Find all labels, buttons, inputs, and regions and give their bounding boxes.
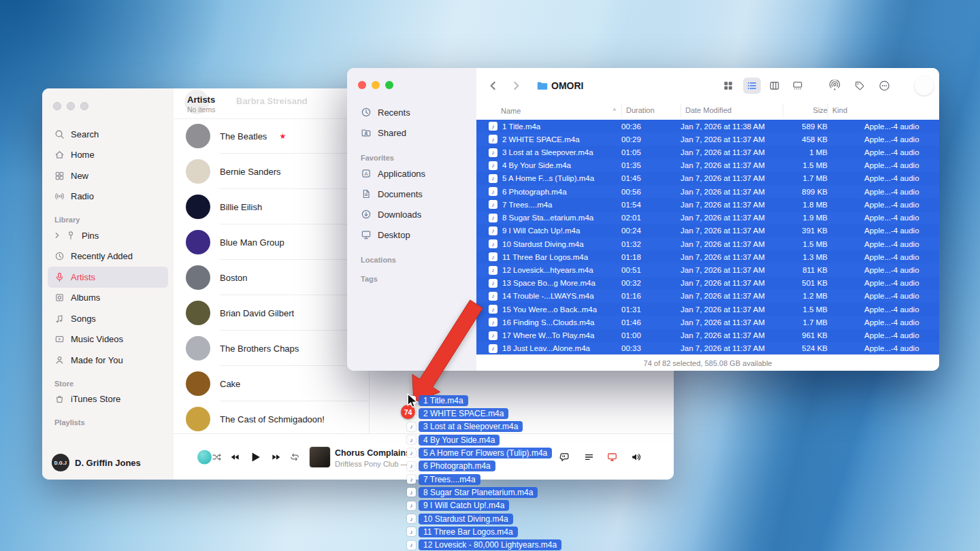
dragged-file[interactable]: ♪ 8 Sugar Star Planetarium.m4a [407, 486, 561, 499]
shuffle-icon[interactable] [211, 452, 223, 462]
play-icon[interactable] [248, 450, 262, 464]
file-row[interactable]: ♪ 18 Just Leav...Alone.m4a 00:33 Jan 7, … [476, 342, 939, 355]
artist-row[interactable]: The Brothers Chaps [174, 331, 369, 366]
dragged-file[interactable]: ♪ 9 I Will Catch Up!.m4a [407, 499, 561, 512]
dragged-file[interactable]: ♪ 12 Lovesick - 80,000 Lightyears.m4a [407, 539, 561, 551]
queue-icon[interactable] [583, 452, 595, 462]
close-button[interactable] [358, 81, 366, 89]
sidebar-label: Desktop [378, 230, 410, 240]
forward-button[interactable] [510, 80, 522, 92]
locations-section-label: Locations [361, 256, 476, 264]
dragged-file[interactable]: ♪ 5 A Home For Flowers (Tulip).m4a [407, 446, 561, 459]
repeat-icon[interactable] [289, 452, 300, 462]
previous-track-icon[interactable] [228, 452, 241, 462]
column-header-duration[interactable]: Duration [621, 103, 681, 118]
artist-row[interactable]: Bernie Sanders [174, 154, 369, 189]
sidebar-item-recents[interactable]: Recents [347, 102, 476, 122]
tag-icon[interactable] [854, 80, 865, 91]
sidebar-item-albums[interactable]: Albums [42, 288, 174, 309]
artist-row[interactable]: Blue Man Group [174, 224, 369, 260]
artist-row[interactable]: Billie Eilish [174, 189, 369, 224]
file-row[interactable]: ♪ 17 Where W...To Play.m4a 01:00 Jan 7, … [476, 329, 939, 342]
finder-traffic-lights[interactable] [358, 81, 393, 89]
dragged-file-label: 8 Sugar Star Planetarium.m4a [419, 487, 538, 498]
zoom-button[interactable] [80, 102, 88, 110]
account-row[interactable]: D.G.J D. Griffin Jones [52, 454, 141, 471]
file-row[interactable]: ♪ 4 By Your Side.m4a 01:35 Jan 7, 2026 a… [476, 159, 939, 172]
zoom-button[interactable] [385, 81, 393, 89]
sidebar-item-radio[interactable]: Radio [42, 186, 174, 207]
sidebar-item-artists[interactable]: Artists [48, 267, 168, 288]
dragged-file[interactable]: ♪ 10 Stardust Diving.m4a [407, 512, 561, 525]
column-header-name[interactable]: Name^ [501, 107, 621, 115]
file-row[interactable]: ♪ 8 Sugar Sta...etarium.m4a 02:01 Jan 7,… [476, 212, 939, 224]
file-row[interactable]: ♪ 13 Space Bo...g More.m4a 00:32 Jan 7, … [476, 277, 939, 290]
gallery-view-button[interactable] [792, 80, 803, 91]
file-row[interactable]: ♪ 7 Trees....m4a 01:54 Jan 7, 2026 at 11… [476, 198, 939, 211]
sidebar-item-made-for-you[interactable]: Made for You [42, 350, 174, 371]
sidebar-item-new[interactable]: New [42, 165, 174, 186]
artist-row[interactable]: The Beatles ★ [174, 118, 369, 154]
artist-row[interactable]: Boston [174, 260, 369, 295]
minimize-button[interactable] [372, 81, 380, 89]
sidebar-item-pins[interactable]: Pins [42, 225, 174, 246]
icon-view-button[interactable] [723, 80, 734, 91]
volume-icon[interactable] [630, 452, 642, 463]
sidebar-item-home[interactable]: Home [42, 145, 174, 166]
file-duration: 01:32 [621, 240, 681, 248]
back-button[interactable] [487, 80, 500, 92]
sidebar-item-search[interactable]: Search [42, 124, 174, 145]
now-playing-artwork[interactable] [310, 447, 330, 467]
file-row[interactable]: ♪ 5 A Home F...s (Tulip).m4a 01:45 Jan 7… [476, 172, 939, 185]
sidebar-item-songs[interactable]: Songs [42, 308, 174, 329]
airdrop-icon[interactable] [829, 80, 840, 92]
file-row[interactable]: ♪ 14 Trouble -...LWAYS.m4a 01:16 Jan 7, … [476, 290, 939, 303]
column-header-size[interactable]: Size [783, 103, 828, 118]
chevron-right-icon[interactable] [54, 232, 60, 239]
minimize-button[interactable] [67, 102, 75, 110]
artist-row[interactable]: Cake [174, 366, 369, 401]
file-row[interactable]: ♪ 16 Finding S...Clouds.m4a 01:46 Jan 7,… [476, 316, 939, 329]
column-view-button[interactable] [769, 80, 780, 91]
toolbar-circle-button[interactable] [915, 76, 934, 95]
dragged-file[interactable]: 74 ♪ 2 WHITE SPACE.m4a [407, 407, 561, 420]
dragged-file[interactable]: ♪ 6 Photograph.m4a [407, 460, 561, 473]
dragged-file[interactable]: ♪ 1 Title.m4a [407, 394, 561, 407]
file-row[interactable]: ♪ 15 You Were...o Back..m4a 01:31 Jan 7,… [476, 303, 939, 316]
svg-text:A: A [364, 171, 368, 177]
file-duration: 00:33 [621, 344, 681, 352]
dragged-file[interactable]: ♪ 4 By Your Side.m4a [407, 433, 561, 446]
sidebar-item-downloads[interactable]: Downloads [347, 204, 476, 224]
sidebar-item-documents[interactable]: Documents [347, 184, 476, 204]
autoplay-accent-icon[interactable] [197, 450, 212, 464]
dragged-file[interactable]: ♪ 3 Lost at a Sleepover.m4a [407, 420, 561, 433]
column-header-kind[interactable]: Kind [828, 103, 939, 118]
file-row[interactable]: ♪ 1 Title.m4a 00:36 Jan 7, 2026 at 11:38… [476, 120, 939, 133]
sidebar-item-desktop[interactable]: Desktop [347, 224, 476, 245]
file-row[interactable]: ♪ 3 Lost at a Sleepover.m4a 01:05 Jan 7,… [476, 146, 939, 158]
next-track-icon[interactable] [270, 452, 283, 462]
file-row[interactable]: ♪ 6 Photograph.m4a 00:56 Jan 7, 2026 at … [476, 185, 939, 198]
artist-row[interactable]: Brian David Gilbert [174, 295, 369, 331]
file-row[interactable]: ♪ 12 Lovesick...htyears.m4a 00:51 Jan 7,… [476, 263, 939, 276]
sidebar-item-shared[interactable]: Shared [347, 122, 476, 143]
file-size: 1.8 MB [783, 201, 828, 209]
artist-row[interactable]: The Cast of Schmigadoon! [174, 401, 369, 434]
file-row[interactable]: ♪ 9 I Will Catch Up!.m4a 00:24 Jan 7, 20… [476, 224, 939, 237]
sidebar-item-music-videos[interactable]: Music Videos [42, 329, 174, 350]
sidebar-item-recently-added[interactable]: Recently Added [42, 246, 174, 267]
drag-ghost-stack[interactable]: ♪ 1 Title.m4a 74 ♪ 2 WHITE SPACE.m4a ♪ 3… [407, 394, 561, 551]
dragged-file[interactable]: ♪ 11 Three Bar Logos.m4a [407, 525, 561, 538]
close-button[interactable] [53, 102, 61, 110]
column-header-modified[interactable]: Date Modified [681, 103, 783, 118]
dragged-file[interactable]: ♪ 7 Trees....m4a [407, 473, 561, 486]
file-row[interactable]: ♪ 2 WHITE SPACE.m4a 00:29 Jan 7, 2026 at… [476, 133, 939, 146]
file-row[interactable]: ♪ 10 Stardust Diving.m4a 01:32 Jan 7, 20… [476, 237, 939, 250]
file-row[interactable]: ♪ 11 Three Bar Logos.m4a 01:18 Jan 7, 20… [476, 250, 939, 263]
list-view-button[interactable] [743, 78, 761, 94]
music-traffic-lights[interactable] [53, 102, 88, 110]
sidebar-item-itunes-store[interactable]: iTunes Store [42, 389, 174, 410]
more-options-button[interactable] [879, 80, 890, 92]
airplay-icon[interactable] [606, 452, 618, 463]
sidebar-item-applications[interactable]: A Applications [347, 163, 476, 184]
